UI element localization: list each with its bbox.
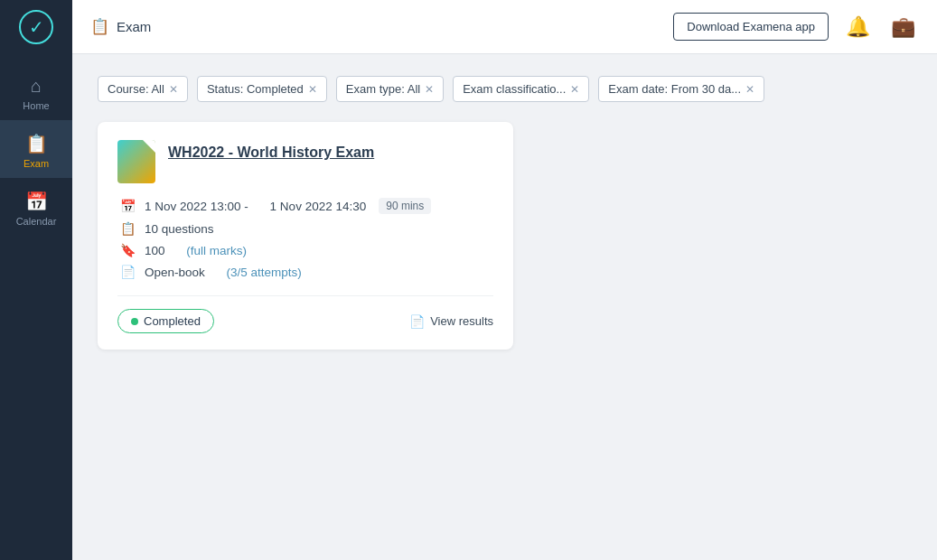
filter-status-label: Status: Completed: [207, 82, 304, 96]
detail-row-mode: 📄 Open-book (3/5 attempts): [119, 265, 493, 279]
filter-bar: Course: All ✕ Status: Completed ✕ Exam t…: [98, 76, 912, 102]
filter-exam-classification-label: Exam classificatio...: [463, 82, 566, 96]
duration-badge: 90 mins: [379, 198, 431, 214]
questions-icon: 📋: [119, 221, 136, 236]
exam-details: 📅 1 Nov 2022 13:00 - 1 Nov 2022 14:30 90…: [117, 198, 493, 279]
download-app-button[interactable]: Download Examena app: [673, 13, 829, 41]
sidebar-logo: ✓: [0, 0, 72, 54]
sidebar-item-label: Home: [23, 100, 49, 111]
mode-icon: 📄: [119, 265, 136, 279]
detail-row-date: 📅 1 Nov 2022 13:00 - 1 Nov 2022 14:30 90…: [119, 198, 493, 214]
notification-icon: 🔔: [846, 15, 870, 39]
main-area: 📋 Exam Download Examena app 🔔 💼 Course: …: [72, 0, 937, 560]
filter-classification-icon: ✕: [570, 83, 579, 96]
filter-exam-type-label: Exam type: All: [346, 82, 420, 96]
completed-badge: Completed: [117, 309, 214, 333]
detail-row-questions: 📋 10 questions: [119, 221, 493, 236]
calendar-icon: 📅: [25, 191, 48, 212]
filter-exam-type[interactable]: Exam type: All ✕: [336, 76, 444, 102]
exam-card-header: WH2022 - World History Exam: [117, 140, 493, 183]
filter-exam-date-label: Exam date: From 30 da...: [608, 82, 741, 96]
user-menu-button[interactable]: 💼: [886, 11, 919, 43]
exam-date-start: 1 Nov 2022 13:00 -: [145, 200, 248, 213]
exam-title[interactable]: WH2022 - World History Exam: [168, 140, 374, 163]
exam-marks: 100: [145, 244, 165, 257]
calendar-detail-icon: 📅: [119, 199, 136, 213]
view-results-label: View results: [430, 314, 493, 328]
exam-attempts-link[interactable]: (3/5 attempts): [227, 266, 302, 279]
completed-dot: [131, 318, 138, 325]
filter-course-icon: ✕: [169, 83, 178, 96]
exam-date-end: 1 Nov 2022 14:30: [270, 200, 367, 213]
marks-icon: 🔖: [119, 243, 136, 257]
view-results-button[interactable]: 📄 View results: [409, 314, 493, 329]
filter-exam-classification[interactable]: Exam classificatio... ✕: [453, 76, 589, 102]
exam-questions: 10 questions: [145, 222, 214, 236]
header-right: Download Examena app 🔔 💼: [673, 11, 919, 43]
app-logo-icon: ✓: [19, 10, 53, 44]
exam-card: WH2022 - World History Exam 📅 1 Nov 2022…: [98, 122, 513, 350]
exam-thumbnail: [117, 140, 155, 183]
header: 📋 Exam Download Examena app 🔔 💼: [72, 0, 937, 54]
page-title: Exam: [117, 19, 151, 34]
notification-button[interactable]: 🔔: [841, 11, 874, 43]
header-page-icon: 📋: [90, 17, 109, 36]
sidebar-item-home[interactable]: ⌂ Home: [0, 63, 72, 120]
view-results-icon: 📄: [409, 314, 425, 329]
sidebar-item-calendar[interactable]: 📅 Calendar: [0, 178, 72, 236]
status-label: Completed: [144, 314, 201, 328]
filter-exam-date[interactable]: Exam date: From 30 da... ✕: [598, 76, 764, 102]
sidebar-item-label: Exam: [23, 158, 49, 169]
detail-row-marks: 🔖 100 (full marks): [119, 243, 493, 257]
card-footer: Completed 📄 View results: [117, 295, 493, 333]
sidebar: ✓ ⌂ Home 📋 Exam 📅 Calendar: [0, 0, 72, 560]
home-icon: ⌂: [31, 76, 42, 97]
exam-mode: Open-book: [145, 266, 205, 279]
filter-status[interactable]: Status: Completed ✕: [197, 76, 327, 102]
sidebar-item-exam[interactable]: 📋 Exam: [0, 120, 72, 178]
exam-icon: 📋: [25, 133, 48, 154]
filter-date-icon: ✕: [745, 83, 754, 96]
filter-exam-type-icon: ✕: [425, 83, 434, 96]
user-icon: 💼: [891, 15, 915, 39]
filter-course[interactable]: Course: All ✕: [98, 76, 188, 102]
filter-course-label: Course: All: [108, 82, 164, 96]
filter-status-icon: ✕: [308, 83, 317, 96]
exam-marks-link[interactable]: (full marks): [186, 244, 247, 257]
content-area: Course: All ✕ Status: Completed ✕ Exam t…: [72, 54, 937, 560]
header-left: 📋 Exam: [90, 17, 151, 36]
sidebar-nav: ⌂ Home 📋 Exam 📅 Calendar: [0, 54, 72, 236]
sidebar-item-label: Calendar: [16, 216, 57, 227]
